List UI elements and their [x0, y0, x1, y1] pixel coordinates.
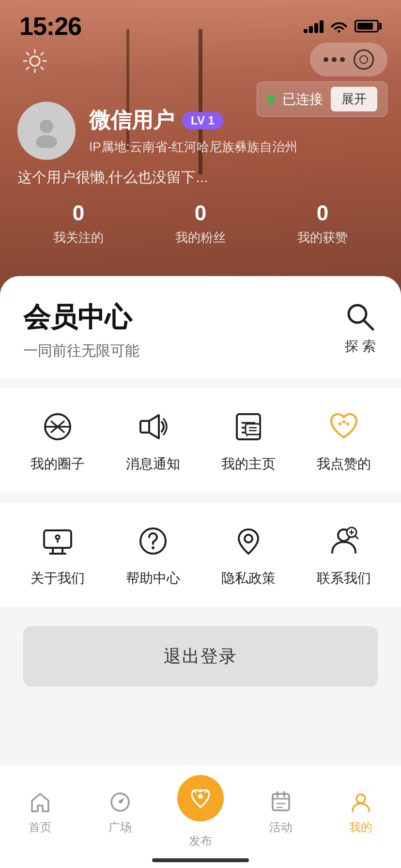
svg-rect-15: [246, 424, 260, 434]
aperture-icon: [38, 407, 77, 446]
my-circle-item[interactable]: 我的圈子: [19, 407, 96, 473]
search-icon: [343, 299, 378, 334]
person-icon: [347, 789, 374, 816]
status-icons: [304, 19, 382, 33]
svg-point-29: [245, 535, 252, 542]
wifi-icon: [330, 19, 348, 33]
icon-grid-1: 我的圈子 消息通知: [0, 388, 401, 493]
signal-icon: [304, 19, 324, 33]
username-row: 微信用户 LV 1: [89, 106, 297, 135]
stat-likes-label: 我的获赞: [297, 229, 348, 246]
svg-point-1: [40, 120, 53, 133]
search-block[interactable]: 探 索: [343, 299, 378, 356]
publish-icon-circle: [177, 775, 224, 822]
heart-icon: [324, 407, 363, 446]
svg-point-44: [356, 794, 365, 803]
contact-icon: [324, 522, 363, 560]
icon-grid-row-1: 我的圈子 消息通知: [10, 407, 391, 473]
username: 微信用户: [89, 106, 174, 135]
stat-fans[interactable]: 0 我的粉丝: [175, 201, 226, 246]
notification-item[interactable]: 消息通知: [114, 407, 192, 473]
member-title-block: 会员中心 一同前往无限可能: [23, 299, 139, 361]
contact-label: 联系我们: [317, 569, 371, 588]
help-circle-icon: [134, 522, 172, 560]
svg-line-4: [364, 320, 373, 329]
profile-info: 微信用户 LV 1 IP属地:云南省-红河哈尼族彝族自治州: [89, 106, 297, 155]
level-badge: LV 1: [182, 112, 223, 129]
contact-item[interactable]: 联系我们: [305, 522, 383, 588]
home-indicator: [152, 858, 249, 862]
nav-activity[interactable]: 活动: [241, 789, 321, 835]
liked-label: 我点赞的: [317, 455, 371, 473]
logout-section: 退出登录: [0, 617, 401, 706]
svg-rect-10: [140, 421, 149, 433]
search-label: 探 索: [345, 337, 376, 356]
notification-label: 消息通知: [126, 455, 180, 473]
status-time: 15:26: [19, 12, 81, 41]
bottom-nav: 首页 广场 发布: [0, 765, 401, 868]
my-home-item[interactable]: 我的主页: [210, 407, 287, 473]
avatar: [17, 102, 76, 160]
svg-point-19: [342, 420, 345, 423]
ip-location: IP属地:云南省-红河哈尼族彝族自治州: [89, 139, 297, 155]
member-header: 会员中心 一同前往无限可能 探 索: [0, 276, 401, 378]
bio: 这个用户很懒,什么也没留下...: [17, 168, 384, 187]
privacy-label: 隐私政策: [221, 569, 276, 588]
svg-point-18: [339, 422, 341, 425]
profile-row: 微信用户 LV 1 IP属地:云南省-红河哈尼族彝族自治州: [17, 102, 384, 160]
nav-home-label: 首页: [29, 820, 52, 835]
svg-line-32: [355, 536, 358, 539]
help-label: 帮助中心: [126, 569, 180, 588]
nav-home[interactable]: 首页: [0, 789, 80, 835]
svg-point-37: [198, 794, 203, 799]
stat-likes-count: 0: [317, 201, 328, 225]
svg-marker-36: [118, 796, 126, 805]
svg-point-28: [152, 546, 154, 549]
compass-icon: [107, 789, 134, 816]
camera-icon: [354, 49, 374, 70]
speaker-icon: [134, 407, 172, 446]
activity-icon: [267, 789, 294, 816]
member-subtitle: 一同前往无限可能: [23, 341, 139, 361]
stat-following-count: 0: [73, 201, 84, 225]
logout-button[interactable]: 退出登录: [23, 626, 378, 687]
stat-likes[interactable]: 0 我的获赞: [297, 201, 348, 246]
my-circle-label: 我的圈子: [31, 455, 85, 473]
stat-fans-label: 我的粉丝: [175, 229, 226, 246]
stats-row: 0 我关注的 0 我的粉丝 0 我的获赞: [17, 201, 384, 246]
nav-publish-label: 发布: [189, 833, 212, 849]
svg-point-26: [56, 535, 60, 539]
icon-grid-2: 关于我们 帮助中心: [0, 502, 401, 607]
document-icon: [229, 407, 268, 446]
about-us-label: 关于我们: [31, 569, 85, 588]
stat-following[interactable]: 0 我关注的: [53, 201, 104, 246]
stat-following-label: 我关注的: [53, 229, 104, 246]
my-home-label: 我的主页: [221, 455, 276, 473]
home-icon: [27, 789, 54, 816]
nav-mine-label: 我的: [349, 820, 372, 835]
nav-activity-label: 活动: [269, 820, 293, 835]
dots-icon: [324, 57, 345, 62]
profile-area: 微信用户 LV 1 IP属地:云南省-红河哈尼族彝族自治州 这个用户很懒,什么也…: [17, 102, 384, 246]
svg-point-20: [346, 422, 349, 425]
privacy-item[interactable]: 隐私政策: [210, 522, 287, 588]
help-item[interactable]: 帮助中心: [114, 522, 192, 588]
location-icon: [229, 522, 268, 560]
status-bar: 15:26: [0, 0, 401, 43]
dots-camera-control[interactable]: [310, 43, 387, 77]
nav-publish[interactable]: 发布: [160, 775, 241, 849]
battery-icon: [355, 20, 382, 32]
stat-fans-count: 0: [195, 201, 206, 225]
settings-icon[interactable]: [17, 44, 52, 78]
icon-grid-row-2: 关于我们 帮助中心: [10, 522, 391, 588]
nav-plaza-label: 广场: [108, 820, 132, 835]
member-title: 会员中心: [23, 299, 139, 336]
nav-mine[interactable]: 我的: [321, 789, 401, 835]
svg-point-2: [36, 135, 57, 148]
nav-plaza[interactable]: 广场: [80, 789, 161, 835]
liked-item[interactable]: 我点赞的: [305, 407, 383, 473]
monitor-icon: [38, 522, 77, 560]
about-us-item[interactable]: 关于我们: [19, 522, 96, 588]
svg-point-0: [30, 56, 40, 66]
